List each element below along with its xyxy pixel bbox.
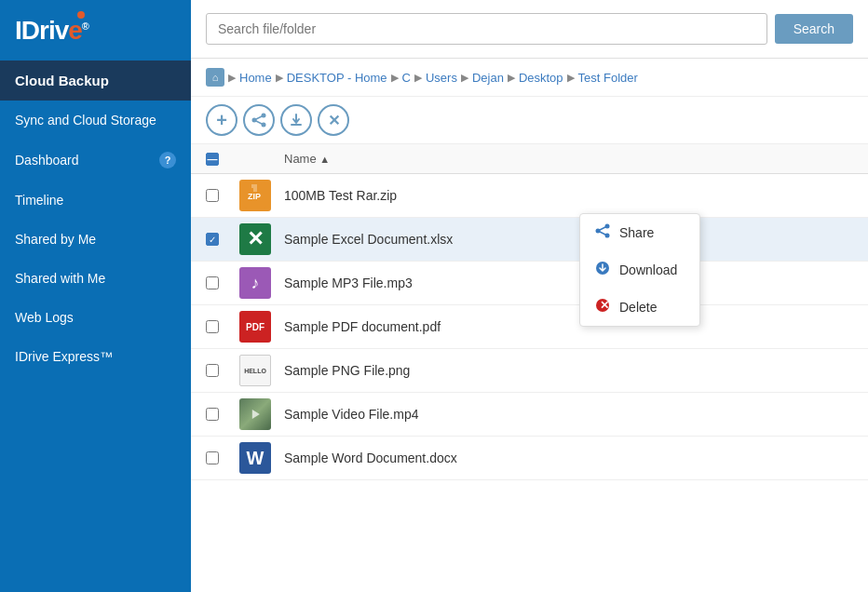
share-ctx-icon [595, 223, 610, 238]
download-button[interactable] [280, 104, 312, 136]
cancel-button[interactable]: ✕ [318, 104, 349, 136]
sidebar-label-cloud-backup: Cloud Backup [15, 73, 109, 88]
sort-arrow-icon: ▲ [319, 154, 330, 165]
download-ctx-icon [595, 261, 610, 276]
table-row[interactable]: ♪ Sample MP3 File.mp3 [191, 262, 868, 305]
svg-line-14 [598, 231, 607, 235]
sidebar-item-idrive-express[interactable]: IDrive Express™ [0, 337, 191, 376]
sidebar-label-web-logs: Web Logs [15, 310, 74, 325]
sidebar-item-dashboard[interactable]: Dashboard ? [0, 140, 191, 181]
file-icon-zip: ZIP [239, 180, 271, 211]
context-delete-label: Delete [619, 300, 657, 315]
sidebar-item-sync-cloud[interactable]: Sync and Cloud Storage [0, 101, 191, 140]
download-icon [289, 113, 304, 128]
sidebar-item-timeline[interactable]: Timeline [0, 181, 191, 220]
help-icon[interactable]: ? [159, 152, 176, 168]
row-checkbox-4[interactable] [206, 320, 219, 333]
sidebar-label-sync-cloud: Sync and Cloud Storage [15, 113, 156, 128]
sidebar-label-timeline: Timeline [15, 193, 63, 208]
sidebar-nav: Cloud Backup Sync and Cloud Storage Dash… [0, 61, 191, 592]
sidebar-label-idrive-express: IDrive Express™ [15, 349, 113, 364]
select-all-checkbox[interactable]: — [206, 153, 219, 166]
sidebar-label-shared-with-me: Shared with Me [15, 271, 105, 286]
context-share-icon [595, 223, 610, 242]
file-icon-mp3: ♪ [239, 267, 271, 299]
delete-ctx-icon: ✕ [595, 298, 610, 313]
file-name-3: Sample MP3 File.mp3 [284, 276, 853, 290]
logo-r: r [39, 16, 48, 45]
sidebar-item-shared-with-me[interactable]: Shared with Me [0, 259, 191, 298]
row-checkbox-5[interactable] [206, 364, 219, 377]
file-name-4: Sample PDF document.pdf [284, 319, 853, 334]
svg-line-3 [254, 115, 264, 120]
search-input[interactable] [206, 13, 767, 45]
toolbar: + ✕ [191, 97, 868, 144]
breadcrumb-sep-5: ▶ [508, 72, 515, 84]
breadcrumb-sep-0: ▶ [228, 72, 236, 84]
logo-reg: ® [82, 20, 88, 31]
svg-text:✕: ✕ [600, 299, 609, 312]
row-checkbox-3[interactable] [206, 276, 219, 289]
svg-line-13 [598, 226, 607, 231]
table-row[interactable]: PDF Sample PDF document.pdf [191, 305, 868, 349]
zip-icon-svg: ZIP [244, 182, 266, 209]
row-checkbox-6[interactable] [206, 408, 219, 421]
row-checkbox-2[interactable]: ✓ [206, 233, 219, 246]
breadcrumb-home[interactable]: Home [239, 71, 272, 85]
breadcrumb-sep-2: ▶ [391, 72, 399, 84]
svg-rect-9 [253, 188, 257, 192]
table-row[interactable]: ✓ ✕ Sample Excel Document.xlsx [191, 218, 868, 262]
search-button[interactable]: Search [775, 14, 853, 44]
sidebar-item-web-logs[interactable]: Web Logs [0, 298, 191, 337]
file-icon-png: HELLO [239, 355, 271, 386]
logo-area: IDrive® [0, 0, 191, 61]
file-icon-video [239, 398, 271, 430]
context-download[interactable]: Download [580, 251, 699, 289]
file-icon-pdf: PDF [239, 311, 271, 343]
breadcrumb-dejan[interactable]: Dejan [472, 71, 504, 85]
breadcrumb-sep-4: ▶ [461, 72, 468, 84]
table-row[interactable]: HELLO Sample PNG File.png [191, 349, 868, 393]
logo-v: v [55, 16, 69, 45]
file-icon-docx: W [239, 442, 271, 474]
svg-rect-8 [251, 184, 257, 188]
file-icon-xlsx: ✕ [239, 223, 271, 255]
breadcrumb: ⌂ ▶ Home ▶ DESKTOP - Home ▶ C ▶ Users ▶ … [191, 59, 868, 97]
file-table: — Name ▲ ZIP [191, 144, 868, 592]
breadcrumb-users[interactable]: Users [426, 71, 457, 85]
sidebar-item-shared-by-me[interactable]: Shared by Me [0, 220, 191, 259]
file-name-2: Sample Excel Document.xlsx [284, 232, 853, 247]
breadcrumb-desktop[interactable]: Desktop [519, 71, 563, 85]
logo-e: e [68, 16, 82, 45]
svg-text:ZIP: ZIP [248, 192, 261, 201]
breadcrumb-sep-3: ▶ [414, 72, 422, 84]
breadcrumb-sep-6: ▶ [567, 72, 575, 84]
context-menu: Share Download ✕ [579, 213, 700, 327]
context-share[interactable]: Share [580, 214, 699, 251]
breadcrumb-desktop-home[interactable]: DESKTOP - Home [287, 71, 387, 85]
row-checkbox-7[interactable] [206, 451, 219, 464]
breadcrumb-test-folder[interactable]: Test Folder [578, 71, 638, 85]
context-download-icon [595, 261, 610, 279]
add-button[interactable]: + [206, 104, 237, 136]
breadcrumb-c[interactable]: C [402, 71, 411, 85]
file-name-7: Sample Word Document.docx [284, 451, 853, 465]
context-download-label: Download [619, 262, 677, 277]
header: Search [191, 0, 868, 59]
context-delete[interactable]: ✕ Delete [580, 289, 699, 326]
table-row[interactable]: ZIP 100MB Test Rar.zip [191, 174, 868, 218]
breadcrumb-sep-1: ▶ [276, 72, 283, 84]
context-delete-icon: ✕ [595, 298, 610, 316]
table-row[interactable]: W Sample Word Document.docx [191, 437, 868, 480]
breadcrumb-home-icon[interactable]: ⌂ [206, 68, 224, 87]
sidebar-item-cloud-backup[interactable]: Cloud Backup [0, 61, 191, 101]
file-name-1: 100MB Test Rar.zip [284, 188, 853, 203]
share-icon [251, 113, 266, 128]
logo-dot [77, 11, 85, 19]
main-content: Search ⌂ ▶ Home ▶ DESKTOP - Home ▶ C ▶ U… [191, 0, 868, 592]
share-button[interactable] [243, 104, 275, 136]
logo: IDrive® [15, 16, 88, 46]
file-name-5: Sample PNG File.png [284, 363, 853, 378]
table-row[interactable]: Sample Video File.mp4 [191, 393, 868, 437]
row-checkbox-1[interactable] [206, 189, 219, 202]
